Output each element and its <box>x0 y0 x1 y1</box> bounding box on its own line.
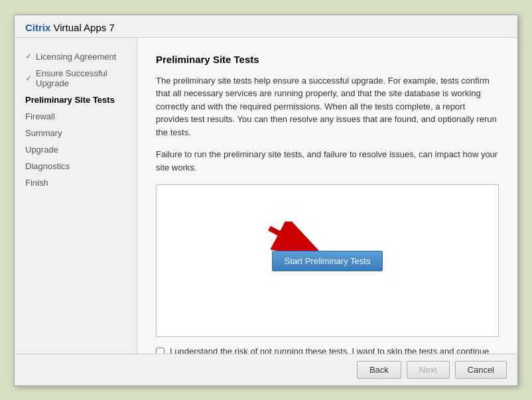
skip-tests-checkbox[interactable] <box>156 348 165 354</box>
page-title: Preliminary Site Tests <box>156 54 499 65</box>
title-bar: Citrix Virtual Apps 7 <box>15 15 517 38</box>
sidebar-item-finish: Finish <box>15 174 137 191</box>
footer: Back Next Cancel <box>15 354 517 385</box>
start-preliminary-tests-button[interactable]: Start Preliminary Tests <box>272 251 383 271</box>
main-content: ✓ Licensing Agreement ✓ Ensure Successfu… <box>15 38 517 354</box>
description-text: The preliminary site tests help ensure a… <box>156 74 499 139</box>
check-icon: ✓ <box>25 52 32 61</box>
sidebar-item-firewall: Firewall <box>15 108 137 125</box>
sidebar-item-diagnostics: Diagnostics <box>15 158 137 174</box>
cancel-button[interactable]: Cancel <box>455 361 507 379</box>
skip-tests-label[interactable]: I understand the risk of not running the… <box>170 346 499 354</box>
warning-text: Failure to run the preliminary site test… <box>156 148 499 174</box>
sidebar-item-summary: Summary <box>15 125 137 141</box>
sidebar-item-licensing-agreement: ✓ Licensing Agreement <box>15 48 137 65</box>
skip-tests-row: I understand the risk of not running the… <box>156 346 499 354</box>
sidebar-item-preliminary-site-tests: Preliminary Site Tests <box>15 92 137 108</box>
sidebar: ✓ Licensing Agreement ✓ Ensure Successfu… <box>15 38 137 354</box>
check-icon: ✓ <box>25 74 32 83</box>
content-area: Preliminary Site Tests The preliminary s… <box>137 38 517 354</box>
main-window: Citrix Virtual Apps 7 ✓ Licensing Agreem… <box>14 15 518 386</box>
sidebar-item-upgrade: Upgrade <box>15 141 137 158</box>
next-button[interactable]: Next <box>407 361 450 379</box>
sidebar-item-ensure-upgrade: ✓ Ensure Successful Upgrade <box>15 65 137 92</box>
app-title: Citrix Virtual Apps 7 <box>25 22 115 33</box>
back-button[interactable]: Back <box>357 361 401 379</box>
test-box: Start Preliminary Tests <box>156 184 499 337</box>
